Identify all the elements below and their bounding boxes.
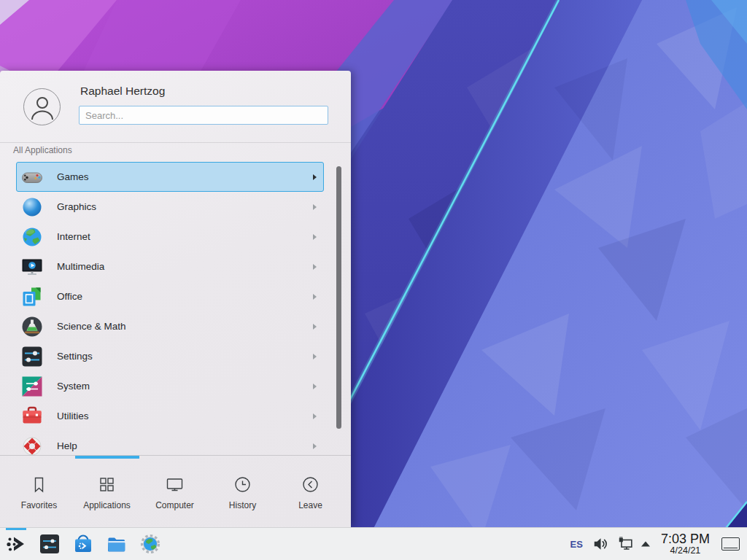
category-label: Games — [57, 171, 313, 182]
network-button[interactable] — [617, 535, 635, 553]
taskbar-apps — [5, 528, 161, 560]
submenu-arrow-icon — [313, 264, 317, 270]
category-label: Office — [57, 291, 313, 302]
tab-history[interactable]: History — [209, 456, 276, 527]
active-task-indicator — [6, 528, 26, 530]
category-help[interactable]: Help — [16, 431, 324, 455]
desktop: Raphael Hertzog All Applications Games — [0, 0, 747, 560]
category-utilities[interactable]: Utilities — [16, 401, 324, 431]
clock-icon — [233, 475, 252, 494]
category-science-math[interactable]: Science & Math — [16, 311, 324, 341]
discover-bag-icon — [72, 533, 94, 555]
system-settings-button[interactable] — [39, 528, 61, 560]
blue-folder-icon — [106, 533, 128, 555]
tab-label: Leave — [298, 500, 322, 510]
user-avatar[interactable] — [23, 88, 61, 125]
category-graphics[interactable]: Graphics — [16, 192, 324, 222]
file-manager-button[interactable] — [106, 528, 128, 560]
caret-up-icon — [640, 540, 651, 548]
launcher-header: Raphael Hertzog — [0, 71, 351, 143]
search-input[interactable] — [79, 106, 328, 125]
discover-button[interactable] — [72, 528, 94, 560]
user-name: Raphael Hertzog — [80, 85, 165, 98]
tab-label: Favorites — [21, 500, 57, 510]
submenu-arrow-icon — [313, 174, 317, 180]
clock-time: 7:03 PM — [661, 532, 710, 546]
network-icon — [617, 535, 635, 553]
tab-leave[interactable]: Leave — [276, 456, 344, 527]
category-office[interactable]: Office — [16, 281, 324, 311]
volume-button[interactable] — [592, 535, 610, 553]
taskbar: ES 7:03 — [0, 527, 747, 560]
bookmark-icon — [29, 475, 49, 494]
sliders-icon — [20, 345, 44, 368]
scrollbar[interactable] — [336, 166, 341, 429]
tab-applications[interactable]: Applications — [73, 456, 141, 527]
submenu-arrow-icon — [313, 294, 317, 300]
show-desktop-button[interactable] — [721, 537, 740, 551]
system-tray: ES 7:03 — [570, 528, 747, 560]
tab-label: Computer — [155, 500, 194, 510]
sphere-icon — [20, 195, 44, 219]
tab-favorites[interactable]: Favorites — [5, 456, 73, 527]
category-label: Settings — [57, 351, 313, 362]
category-label: Graphics — [57, 201, 313, 212]
gamepad-icon — [20, 166, 44, 189]
category-label: Help — [57, 440, 313, 451]
keyboard-layout-indicator[interactable]: ES — [570, 539, 583, 550]
flask-icon — [20, 315, 44, 338]
globe-gear-icon — [139, 533, 161, 555]
submenu-arrow-icon — [313, 234, 317, 240]
category-list: Games Graphics — [0, 162, 333, 455]
category-games[interactable]: Games — [16, 162, 324, 192]
tab-computer[interactable]: Computer — [141, 456, 209, 527]
category-multimedia[interactable]: Multimedia — [16, 252, 324, 281]
application-launcher-menu: Raphael Hertzog All Applications Games — [0, 71, 351, 527]
system-settings-icon — [39, 533, 61, 555]
computer-icon — [165, 475, 185, 494]
clock-date: 4/24/21 — [670, 546, 701, 556]
category-label: Internet — [57, 231, 313, 242]
submenu-arrow-icon — [313, 413, 317, 419]
tab-label: History — [229, 500, 256, 510]
web-browser-button[interactable] — [139, 528, 161, 560]
submenu-arrow-icon — [313, 324, 317, 330]
tab-label: Applications — [83, 500, 131, 510]
volume-icon — [592, 535, 610, 553]
grid-icon — [97, 475, 117, 494]
leave-icon — [301, 475, 320, 494]
lifebuoy-icon — [20, 435, 44, 456]
category-label: Science & Math — [57, 321, 313, 332]
submenu-arrow-icon — [313, 384, 317, 389]
expand-tray-button[interactable] — [640, 540, 651, 548]
toolbox-icon — [20, 405, 44, 428]
category-label: Multimedia — [57, 261, 313, 272]
category-system[interactable]: System — [16, 371, 324, 401]
kde-launcher-icon — [5, 533, 27, 555]
submenu-arrow-icon — [313, 204, 317, 210]
monitor-play-icon — [20, 255, 44, 279]
category-label: Utilities — [57, 411, 313, 421]
launcher-tabbar: Favorites Applications Computer — [0, 455, 351, 527]
system-sliders-icon — [20, 375, 44, 398]
digital-clock[interactable]: 7:03 PM 4/24/21 — [661, 532, 710, 556]
globe-icon — [20, 225, 44, 249]
category-label: System — [57, 381, 313, 392]
documents-icon — [20, 285, 44, 308]
category-internet[interactable]: Internet — [16, 222, 324, 252]
application-launcher-button[interactable] — [5, 528, 27, 560]
person-icon — [25, 90, 60, 125]
section-label: All Applications — [13, 145, 72, 155]
category-settings[interactable]: Settings — [16, 341, 324, 371]
submenu-arrow-icon — [313, 354, 317, 359]
submenu-arrow-icon — [313, 443, 317, 449]
